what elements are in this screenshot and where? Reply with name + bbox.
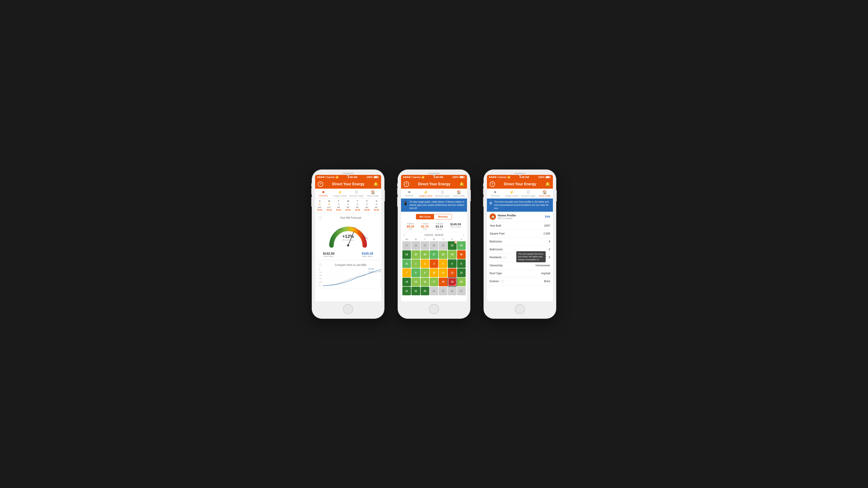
cal-24[interactable]: 24 — [402, 250, 411, 259]
cal-20[interactable]: 20 — [430, 241, 438, 250]
vol-up-button-1[interactable] — [311, 188, 312, 195]
cal-9[interactable]: 9 — [421, 268, 429, 277]
cal-5[interactable]: 5 — [448, 259, 456, 268]
cal-18[interactable]: 18 — [411, 241, 420, 250]
dot5-3 — [496, 176, 498, 178]
cal-16[interactable]: 16 — [421, 278, 429, 286]
tab-home-2[interactable]: 🏠 Home Profile — [451, 189, 467, 198]
bell-icon-3[interactable]: 🔔 — [545, 182, 550, 187]
vol-down-button-2[interactable] — [397, 197, 398, 207]
cal-26[interactable]: 26 — [421, 250, 429, 259]
cal-28[interactable]: 28 — [439, 250, 447, 259]
cal-13[interactable]: 13 — [457, 268, 466, 277]
weather-day-4: T ☀ 98° $2.98 — [353, 199, 362, 212]
silent-button-2[interactable] — [397, 183, 398, 187]
beds-val: 4 — [549, 240, 550, 243]
cal-23[interactable]: 23 — [457, 241, 466, 250]
cal-30[interactable]: 30 — [457, 250, 466, 259]
cal-22b[interactable]: 22 — [411, 287, 420, 295]
cal-11[interactable]: 11 — [439, 268, 447, 277]
tab-home-1[interactable]: 🏠 Home Profile — [365, 189, 381, 198]
tab-usage-2[interactable]: ⚡ Usage & Alerts — [417, 189, 434, 198]
cal-21[interactable]: 21 — [439, 241, 447, 250]
cal-27[interactable]: 27 — [430, 250, 438, 259]
cal-29[interactable]: 29 — [448, 250, 456, 259]
cal-8[interactable]: 8 — [411, 268, 420, 277]
cal-19-selected[interactable]: 19 — [448, 278, 456, 286]
cal-23b[interactable]: 23 — [421, 287, 429, 295]
home-button-2[interactable] — [429, 304, 439, 314]
monthly-btn[interactable]: Monthly — [434, 214, 452, 219]
tab-itemized-2[interactable]: ☷ Itemized Usage — [434, 189, 451, 198]
wifi-icon-3: 📶 — [507, 176, 510, 179]
cal-27b[interactable]: 27 — [457, 287, 466, 295]
cal-26b[interactable]: 26 — [448, 287, 456, 295]
exterior-val: Brick — [544, 280, 550, 283]
cal-17b[interactable]: 17 — [430, 278, 438, 286]
y-130: 130 — [319, 278, 322, 280]
exterior-info-icon[interactable]: i — [501, 280, 504, 283]
vol-down-button-1[interactable] — [311, 197, 312, 207]
cal-22[interactable]: 22 $+ — [448, 241, 456, 250]
tab-usage-1[interactable]: ⚡ Usage & Alerts — [332, 189, 348, 198]
cal-7[interactable]: 7 — [402, 268, 411, 277]
cal-3[interactable]: 3 — [430, 259, 438, 268]
power-button-3[interactable] — [556, 190, 557, 201]
cal-hd-m: M — [411, 238, 420, 241]
home-button-3[interactable] — [515, 304, 525, 314]
bell-icon-2[interactable]: 🔔 — [459, 182, 464, 187]
tab-home-3[interactable]: 🏠 Home Profile — [536, 189, 553, 198]
home-button-1[interactable] — [343, 304, 353, 314]
help-button-1[interactable]: ? — [318, 182, 323, 187]
cal-31[interactable]: 31 — [402, 259, 411, 268]
help-button-3[interactable]: ? — [490, 182, 495, 187]
tab-itemized-3[interactable]: ☷ Itemized Usage — [520, 189, 536, 198]
cal-4[interactable]: 4 — [439, 259, 447, 268]
cal-20b[interactable]: 20 — [457, 278, 466, 286]
cal-2[interactable]: 2 — [421, 259, 429, 268]
residents-info-icon[interactable]: i — [503, 256, 506, 259]
tab-summary-1[interactable]: ■ Summary — [315, 189, 332, 198]
tab-summary-3[interactable]: ■ Summary — [487, 189, 503, 198]
tab-itemized-label-3: Itemized Usage — [521, 195, 535, 197]
settings-icon: ⚙ — [489, 201, 492, 206]
silent-button-1[interactable] — [311, 183, 312, 187]
tab-summary-2[interactable]: ■ Summary — [401, 189, 417, 198]
cal-row-5: 21 22 23 24 25 26 27 — [402, 287, 466, 295]
cal-15[interactable]: 15 — [411, 278, 420, 286]
compare-title: Compare Next & Last Bills — [323, 263, 378, 267]
cal-1[interactable]: 1 — [411, 259, 420, 268]
power-button-2[interactable] — [470, 190, 471, 201]
cal-12[interactable]: 12 — [448, 268, 456, 277]
cal-18b[interactable]: 18 — [439, 278, 447, 286]
cal-25b[interactable]: 25 — [439, 287, 447, 295]
weather-day-3: W ☀ 98° $3.02 — [343, 199, 353, 212]
cal-next[interactable]: › — [463, 233, 464, 237]
cal-10[interactable]: 10 — [430, 268, 438, 277]
forecast-info-icon[interactable]: i — [318, 216, 322, 220]
bill-cycle-btn[interactable]: Bill Cycle — [416, 214, 434, 219]
power-button-1[interactable] — [384, 190, 385, 201]
cal-21b[interactable]: 21 — [402, 287, 411, 295]
profile-edit-button[interactable]: Edit — [545, 215, 550, 218]
cal-prev[interactable]: ‹ — [404, 233, 405, 237]
compare-info-icon[interactable]: i — [318, 263, 322, 267]
cal-17[interactable]: 17 — [402, 241, 411, 250]
bell-icon-1[interactable]: 🔔 — [373, 182, 378, 187]
tab-itemized-1[interactable]: ☷ Itemized Usage — [348, 189, 365, 198]
vol-up-button-3[interactable] — [483, 188, 484, 195]
vol-down-button-3[interactable] — [483, 197, 484, 207]
help-button-2[interactable]: ? — [404, 182, 409, 187]
sqft-label: Square Feet — [490, 232, 504, 235]
cal-6[interactable]: 6 — [457, 259, 466, 268]
temp-2: 98° — [337, 206, 340, 208]
dot2 — [319, 176, 320, 178]
cal-14[interactable]: 14 — [402, 278, 411, 286]
cal-24b[interactable]: 24 — [430, 287, 438, 295]
vol-up-button-2[interactable] — [397, 188, 398, 195]
cal-19[interactable]: 19 — [421, 241, 429, 250]
silent-button-3[interactable] — [483, 183, 484, 187]
tab-usage-3[interactable]: ⚡ Usage & Alerts — [503, 189, 520, 198]
summary-icon-2: ■ — [408, 190, 410, 194]
cal-25[interactable]: 25 — [411, 250, 420, 259]
